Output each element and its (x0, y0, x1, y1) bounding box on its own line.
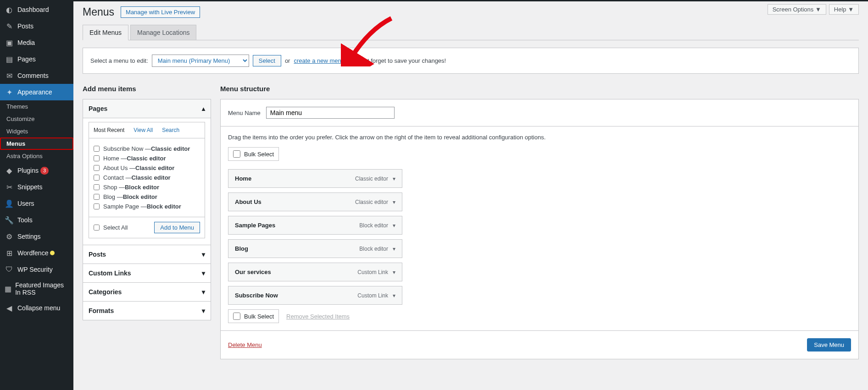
bulk-checkbox-top[interactable] (233, 150, 240, 158)
menu-item[interactable]: About UsClassic editor▾ (228, 192, 402, 211)
acc-posts-header[interactable]: Posts▾ (83, 245, 211, 264)
sidebar-item-label: Collapse menu (17, 304, 60, 312)
sidebar-item-media[interactable]: ▣Media (0, 34, 73, 51)
page-item[interactable]: Contact — Classic editor (94, 173, 200, 182)
posts-icon: ✎ (5, 22, 14, 31)
sidebar-item-dashboard[interactable]: ◐Dashboard (0, 1, 73, 18)
sidebar-item-label: Comments (17, 72, 49, 79)
menu-item[interactable]: Sample PagesBlock editor▾ (228, 216, 402, 235)
menu-select-bar: Select a menu to edit: Main menu (Primar… (83, 48, 859, 74)
sidebar-item-posts[interactable]: ✎Posts (0, 18, 73, 34)
select-all-checkbox[interactable] (94, 225, 100, 231)
inner-tab-view-all[interactable]: View All (129, 122, 157, 138)
caret-down-icon: ▾ (393, 246, 395, 252)
bulk-select-bottom[interactable]: Bulk Select (228, 309, 279, 323)
caret-down-icon: ▾ (393, 176, 395, 182)
sidebar-item-label: Tools (17, 216, 33, 224)
page-item[interactable]: Home — Classic editor (94, 154, 200, 163)
inner-tab-search[interactable]: Search (157, 122, 184, 138)
sidebar-item-label: Users (17, 200, 34, 207)
page-name: Contact — (103, 174, 131, 181)
menu-item[interactable]: Subscribe NowCustom Link▾ (228, 286, 402, 305)
page-name: Home — (103, 155, 127, 162)
sidebar-item-settings[interactable]: ⚙Settings (0, 228, 73, 245)
sidebar-sub-menus[interactable]: Menus (0, 137, 73, 150)
wp-security-icon: 🛡 (5, 265, 14, 274)
select-all[interactable]: Select All (94, 223, 128, 232)
menu-item-type: Block editor (359, 246, 388, 252)
sidebar-item-users[interactable]: 👤Users (0, 195, 73, 212)
sidebar-item-snippets[interactable]: ✂Snippets (0, 179, 73, 195)
menu-name-label: Menu Name (228, 110, 261, 116)
page-checkbox[interactable] (94, 175, 100, 181)
acc-pages-header[interactable]: Pages▴ (83, 99, 211, 118)
menu-name-input[interactable] (266, 107, 395, 119)
acc-custom-links-header[interactable]: Custom Links▾ (83, 264, 211, 282)
inner-tab-most-recent[interactable]: Most Recent (89, 122, 129, 138)
snippets-icon: ✂ (5, 182, 14, 192)
page-item[interactable]: About Us — Classic editor (94, 163, 200, 173)
bulk-checkbox-bottom[interactable] (233, 313, 240, 320)
sidebar-item-label: Pages (17, 55, 36, 63)
menu-item-label: About Us (235, 198, 262, 205)
tabs-row: Edit Menus Manage Locations (83, 25, 859, 40)
page-item[interactable]: Shop — Block editor (94, 182, 200, 192)
sidebar-item-comments[interactable]: ✉Comments (0, 67, 73, 84)
sidebar-item-tools[interactable]: 🔧Tools (0, 212, 73, 228)
page-item[interactable]: Sample Page — Block editor (94, 202, 200, 211)
sidebar-sub-widgets[interactable]: Widgets (0, 125, 73, 137)
page-type: Classic editor (131, 174, 170, 181)
tab-edit-menus[interactable]: Edit Menus (83, 25, 128, 40)
menu-item-label: Home (235, 175, 251, 182)
add-to-menu-button[interactable]: Add to Menu (154, 222, 200, 233)
page-item[interactable]: Blog — Block editor (94, 192, 200, 202)
sidebar-item-plugins[interactable]: ◆Plugins3 (0, 162, 73, 179)
add-menu-items-title: Add menu items (83, 85, 211, 93)
sidebar-item-label: Settings (17, 233, 41, 240)
drag-hint: Drag the items into the order you prefer… (228, 134, 851, 141)
menu-select[interactable]: Main menu (Primary Menu) (152, 55, 249, 67)
screen-options-button[interactable]: Screen Options ▼ (768, 4, 826, 15)
sidebar-sub-customize[interactable]: Customize (0, 113, 73, 125)
remove-selected-link[interactable]: Remove Selected Items (286, 313, 350, 320)
sidebar-item-wp-security[interactable]: 🛡WP Security (0, 261, 73, 278)
page-checkbox[interactable] (94, 146, 100, 152)
menu-item-type: Custom Link (357, 269, 388, 275)
menu-item[interactable]: Our servicesCustom Link▾ (228, 263, 402, 281)
page-checkbox[interactable] (94, 165, 100, 171)
sidebar-item-collapse-menu[interactable]: ◀Collapse menu (0, 300, 73, 316)
menu-item[interactable]: HomeClassic editor▾ (228, 169, 402, 188)
live-preview-button[interactable]: Manage with Live Preview (121, 6, 200, 18)
create-new-menu-link[interactable]: create a new menu (294, 57, 345, 64)
sidebar-item-label: Posts (17, 22, 33, 30)
sidebar-item-wordfence[interactable]: ⊞Wordfence (0, 245, 73, 261)
main-content: Screen Options ▼ Help ▼ Menus Manage wit… (73, 0, 868, 390)
sidebar-item-appearance[interactable]: ✦Appearance (0, 84, 73, 100)
page-item[interactable]: Subscribe Now — Classic editor (94, 144, 200, 154)
tools-icon: 🔧 (5, 215, 14, 225)
delete-menu-link[interactable]: Delete Menu (228, 341, 262, 348)
admin-sidebar: ◐Dashboard✎Posts▣Media▤Pages✉Comments✦Ap… (0, 0, 73, 390)
tab-manage-locations[interactable]: Manage Locations (130, 25, 196, 40)
sidebar-sub-astra-options[interactable]: Astra Options (0, 150, 73, 162)
menu-item[interactable]: BlogBlock editor▾ (228, 239, 402, 258)
save-menu-button[interactable]: Save Menu (807, 338, 851, 352)
help-button[interactable]: Help ▼ (829, 4, 859, 15)
collapse-menu-icon: ◀ (5, 303, 14, 313)
sidebar-item-label: WP Security (17, 266, 53, 273)
sidebar-item-featured-images-rss[interactable]: ▦Featured Images In RSS (0, 278, 73, 300)
page-checkbox[interactable] (94, 155, 100, 161)
sidebar-sub-themes[interactable]: Themes (0, 100, 73, 113)
page-checkbox[interactable] (94, 194, 100, 200)
menu-item-type: Block editor (359, 222, 388, 229)
bulk-select-top[interactable]: Bulk Select (228, 147, 279, 161)
acc-categories-header[interactable]: Categories▾ (83, 282, 211, 301)
sidebar-item-pages[interactable]: ▤Pages (0, 51, 73, 67)
page-name: Shop — (103, 184, 125, 191)
acc-formats-header[interactable]: Formats▾ (83, 301, 211, 320)
sidebar-item-label: Snippets (17, 183, 42, 191)
page-checkbox[interactable] (94, 203, 100, 209)
select-button[interactable]: Select (253, 55, 281, 66)
page-checkbox[interactable] (94, 184, 100, 190)
menu-item-type: Classic editor (355, 176, 388, 182)
